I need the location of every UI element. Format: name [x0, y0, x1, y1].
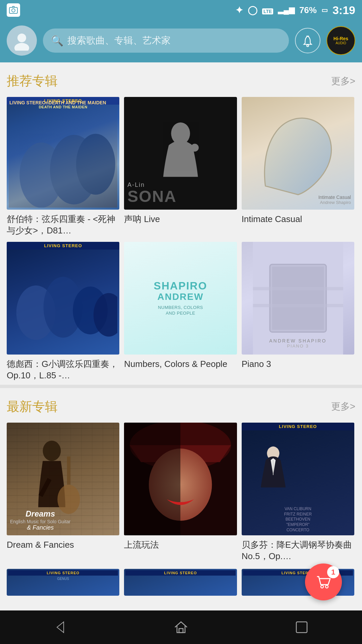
album-cover-alin: A-Lin SONA — [124, 97, 237, 210]
latest-section: 最新专辑 更多> — [0, 388, 362, 599]
album-cover-beethoven: LIVING STEREO VAN CLIBURNFRITZ REINERBEE… — [242, 423, 354, 535]
recommended-section: 推荐专辑 更多> LIVING STEREO DEATH AND THE MAI… — [0, 62, 362, 385]
album-title-shangliu: 上流玩法 — [124, 539, 237, 551]
svg-point-11 — [191, 144, 199, 152]
album-title-death: 舒伯特：弦乐四重奏 - <死神与少女>，D81… — [7, 214, 119, 236]
album-cover-bottom1: LIVING STEREO GENUS — [7, 569, 119, 596]
album-death-maiden[interactable]: LIVING STEREO DEATH AND THE MAIDEN 舒伯特：弦… — [7, 97, 119, 236]
album-bottom1[interactable]: LIVING STEREO GENUS — [7, 569, 119, 596]
latest-row-partial: LIVING STEREO GENUS LIVING STEREO LIVING… — [7, 569, 355, 596]
album-cover-shapiro: SHAPIRO ANDREW NUMBERS, COLORSAND PEOPLE — [124, 242, 237, 355]
recommended-header: 推荐专辑 更多> — [7, 72, 355, 90]
album-title-shapiro: Numbers, Colors & People — [124, 359, 237, 370]
recommended-row-2: LIVING STEREO 德彪西：G小调弦乐四重奏，Op.10，L.85 -… — [7, 242, 355, 381]
album-cover-dream: Dreams English Music for Solo Guitar & F… — [7, 423, 119, 535]
album-shangliu[interactable]: 上流玩法 — [124, 423, 237, 562]
notification-button[interactable] — [295, 28, 320, 53]
svg-point-32 — [325, 585, 328, 588]
album-piano3[interactable]: ANDREW SHAPIRO PIANO 3 Piano 3 — [242, 242, 354, 381]
battery-label: 76% — [299, 5, 317, 15]
album-title-dream: Dream & Fancies — [7, 539, 119, 551]
home-button[interactable] — [168, 614, 194, 641]
cart-count: 1 — [327, 566, 339, 578]
svg-rect-35 — [296, 622, 307, 633]
svg-point-8 — [76, 134, 115, 195]
status-bar: ✦ ◯ LTE ▂▄▆ 76% ▭ 3:19 — [0, 0, 362, 20]
back-button[interactable] — [47, 614, 74, 641]
album-debussy[interactable]: LIVING STEREO 德彪西：G小调弦乐四重奏，Op.10，L.85 -… — [7, 242, 119, 381]
album-title-alin: 声呐 Live — [124, 214, 237, 225]
battery-icon: ▭ — [321, 6, 328, 14]
album-title-piano3: Piano 3 — [242, 359, 354, 370]
lte-label: LTE — [262, 5, 273, 15]
hires-badge: Hi-Res AUDIO — [326, 26, 355, 55]
search-icon: 🔍 — [51, 35, 63, 47]
album-cover-death: LIVING STEREO DEATH AND THE MAIDEN — [7, 97, 119, 210]
cart-button[interactable]: 1 — [305, 564, 342, 600]
album-title-debussy: 德彪西：G小调弦乐四重奏，Op.10，L.85 -… — [7, 359, 119, 381]
photo-icon — [7, 3, 20, 17]
svg-marker-33 — [57, 622, 64, 633]
latest-more[interactable]: 更多> — [331, 400, 355, 413]
album-cover-piano3: ANDREW SHAPIRO PIANO 3 — [242, 242, 354, 355]
album-cover-shangliu — [124, 423, 237, 535]
album-title-intimate: Intimate Casual — [242, 214, 354, 225]
latest-title: 最新专辑 — [7, 398, 58, 415]
recommended-more[interactable]: 更多> — [331, 75, 355, 88]
album-bottom2[interactable]: LIVING STEREO — [124, 569, 237, 596]
search-bar[interactable]: 🔍 搜索歌曲、专辑、艺术家 — [43, 29, 289, 53]
nav-bar — [0, 610, 362, 644]
svg-rect-28 — [124, 423, 180, 535]
recommended-row-1: LIVING STEREO DEATH AND THE MAIDEN 舒伯特：弦… — [7, 97, 355, 236]
svg-point-21 — [43, 441, 61, 461]
svg-point-31 — [321, 585, 323, 588]
svg-point-3 — [14, 43, 29, 51]
svg-point-2 — [17, 34, 26, 42]
latest-header: 最新专辑 更多> — [7, 398, 355, 415]
album-cover-debussy: LIVING STEREO — [7, 242, 119, 355]
search-placeholder-text: 搜索歌曲、专辑、艺术家 — [67, 34, 171, 47]
time-display: 3:19 — [333, 4, 355, 17]
alarm-icon: ◯ — [248, 5, 257, 15]
header: 🔍 搜索歌曲、专辑、艺术家 Hi-Res AUDIO — [0, 20, 362, 62]
album-title-beethoven: 贝多芬：降E大调钢琴协奏曲 No.5，Op.… — [242, 539, 354, 562]
svg-point-4 — [307, 45, 309, 47]
svg-rect-20 — [253, 304, 343, 307]
avatar[interactable] — [7, 25, 37, 56]
latest-row: Dreams English Music for Solo Guitar & F… — [7, 423, 355, 562]
album-intimate[interactable]: Intimate Casual Andrew Shapiro Intimate … — [242, 97, 354, 236]
album-beethoven[interactable]: LIVING STEREO VAN CLIBURNFRITZ REINERBEE… — [242, 423, 354, 562]
album-cover-bottom2: LIVING STEREO — [124, 569, 237, 596]
album-cover-intimate: Intimate Casual Andrew Shapiro — [242, 97, 354, 210]
svg-rect-0 — [9, 7, 17, 13]
svg-rect-34 — [179, 629, 183, 633]
status-icons: ✦ ◯ LTE ▂▄▆ 76% ▭ 3:19 — [235, 4, 355, 17]
svg-rect-18 — [272, 267, 324, 330]
bluetooth-icon: ✦ — [235, 5, 243, 16]
album-shapiro[interactable]: SHAPIRO ANDREW NUMBERS, COLORSAND PEOPLE… — [124, 242, 237, 381]
album-alin[interactable]: A-Lin SONA 声呐 Live — [124, 97, 237, 236]
section-separator — [0, 385, 362, 388]
recommended-title: 推荐专辑 — [7, 72, 58, 90]
svg-rect-19 — [253, 287, 343, 290]
signal-icon: ▂▄▆ — [278, 6, 295, 14]
recents-button[interactable] — [288, 614, 315, 641]
album-dream[interactable]: Dreams English Music for Solo Guitar & F… — [7, 423, 119, 562]
